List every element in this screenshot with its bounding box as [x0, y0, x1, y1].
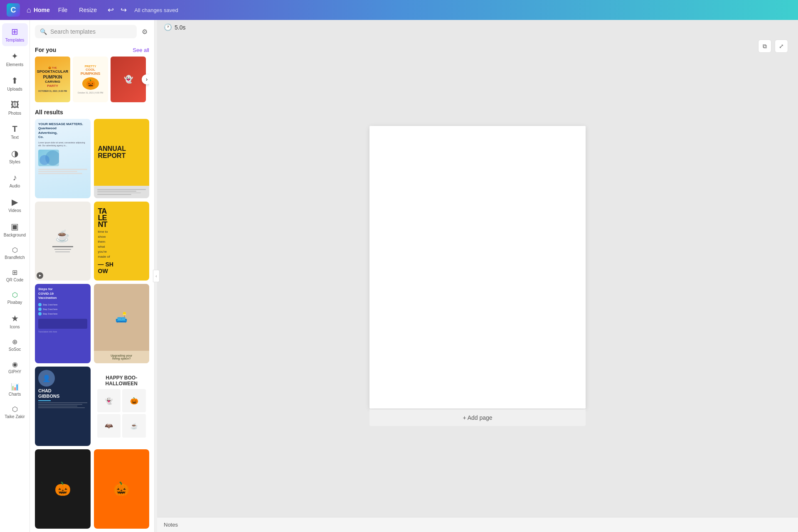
sidebar-item-templates[interactable]: ⊞ Templates [2, 23, 28, 46]
search-input[interactable] [50, 28, 132, 35]
canva-logo: C [7, 3, 20, 17]
brandfetch-label: Brandfetch [5, 255, 25, 260]
timer-value: 5.0s [175, 24, 185, 31]
audio-icon: ♪ [13, 173, 17, 182]
sidebar-item-audio[interactable]: ♪ Audio [2, 170, 28, 192]
charts-label: Charts [9, 392, 21, 397]
search-input-wrapper: 🔍 [35, 25, 137, 38]
sidebar-item-qrcode[interactable]: ⊞ QR Code [2, 265, 28, 286]
photos-label: Photos [8, 111, 21, 116]
add-page-button[interactable]: + Add page [369, 409, 586, 426]
pixabay-label: Pixabay [7, 300, 22, 305]
main-layout: ⊞ Templates ✦ Elements ⬆ Uploads 🖼 Photo… [0, 20, 798, 532]
see-all-button[interactable]: See all [133, 47, 149, 53]
sidebar-item-pixabay[interactable]: ⬡ Pixabay [2, 288, 28, 308]
for-you-header: For you See all [35, 47, 149, 53]
expand-canvas-button[interactable]: ⤢ [775, 39, 788, 53]
copy-canvas-button[interactable]: ⧉ [758, 39, 771, 53]
template-quarkwood[interactable]: YOUR MESSAGE MATTERS.QuarkwoodAdvertisin… [35, 119, 91, 198]
scroll-right-button[interactable]: › [142, 74, 149, 84]
timer-bar: 🕐 5.0s [157, 20, 798, 34]
canvas-container[interactable]: ⧉ ⤢ + Add page [157, 34, 798, 517]
sidebar-item-styles[interactable]: ◑ Styles [2, 145, 28, 168]
sidebar-item-icons[interactable]: ★ Icons [2, 310, 28, 333]
pixabay-icon: ⬡ [12, 291, 18, 299]
home-button[interactable]: ⌂ Home [27, 6, 50, 15]
qrcode-label: QR Code [6, 278, 24, 283]
text-label: Text [11, 135, 18, 140]
styles-label: Styles [9, 160, 20, 165]
template-pumpkin-carving[interactable]: 🎃 THE SPOOKTACULAR PUMPKIN CARVING PARTY… [35, 57, 70, 102]
sidebar-item-giphy[interactable]: ◉ GIPHY [2, 357, 28, 378]
taike-icon: ⬡ [12, 405, 18, 413]
sosc-label: SoSoc [9, 347, 21, 352]
template-white-product[interactable]: ☕ [35, 202, 91, 281]
notes-bar: Notes [157, 517, 798, 532]
template-talent-show[interactable]: TALENT time toshowthemwhatyou'remade of … [94, 202, 150, 281]
sidebar-item-photos[interactable]: 🖼 Photos [2, 97, 28, 119]
background-icon: ▣ [11, 222, 19, 232]
canvas-area: 🕐 5.0s ⧉ ⤢ + Add page Notes [157, 20, 798, 532]
template-halloween-dark[interactable]: 🎃 [35, 449, 91, 529]
template-halloween-boo[interactable]: HAPPY BOO-HALLOWEEN 👻 🎃 🦇 ☕ [94, 367, 150, 446]
template-pretty-pumpkins[interactable]: PRETTY COOL PUMPKINS 🎃 October 31, 2021 … [73, 57, 108, 102]
canvas-actions: ⧉ ⤢ [758, 39, 788, 53]
uploads-label: Uploads [7, 87, 22, 92]
svg-point-1 [39, 155, 49, 165]
qrcode-icon: ⊞ [12, 268, 17, 276]
template-scroll[interactable]: For you See all 🎃 THE SPOOKTACULAR PUMPK… [30, 42, 154, 532]
sidebar-item-uploads[interactable]: ⬆ Uploads [2, 72, 28, 95]
taike-label: Taike Zakir [5, 414, 25, 419]
home-label: Home [34, 7, 50, 13]
sidebar-item-brandfetch[interactable]: ⬡ Brandfetch [2, 243, 28, 264]
audio-label: Audio [10, 184, 20, 189]
template-interior-design[interactable]: 🛋️ Upgrading yourliving space? [94, 284, 150, 363]
sidebar-item-elements[interactable]: ✦ Elements [2, 48, 28, 71]
notes-label: Notes [164, 522, 178, 528]
elements-icon: ✦ [11, 51, 18, 61]
background-label: Background [4, 233, 26, 238]
topbar: C ⌂ Home File Resize ↩ ↪ All changes sav… [0, 0, 798, 20]
sidebar-item-text[interactable]: T Text [2, 121, 28, 143]
filter-button[interactable]: ⚙ [140, 26, 149, 37]
template-red-halloween[interactable]: 👻 [111, 57, 146, 102]
search-bar: 🔍 ⚙ [30, 20, 154, 42]
sidebar-item-background[interactable]: ▣ Background [2, 218, 28, 241]
home-icon: ⌂ [27, 6, 31, 15]
elements-label: Elements [6, 62, 24, 67]
uploads-icon: ⬆ [11, 76, 18, 86]
template-grid: YOUR MESSAGE MATTERS.QuarkwoodAdvertisin… [35, 119, 149, 529]
template-panel: 🔍 ⚙ For you See all 🎃 THE SPOOKTACULAR [30, 20, 155, 532]
charts-icon: 📊 [11, 383, 19, 391]
text-icon: T [12, 124, 17, 134]
sidebar-item-sosc[interactable]: ⊕ SoSoc [2, 335, 28, 355]
sidebar-item-charts[interactable]: 📊 Charts [2, 379, 28, 400]
undo-button[interactable]: ↩ [105, 4, 116, 16]
photos-icon: 🖼 [11, 100, 19, 110]
videos-icon: ▶ [12, 197, 18, 207]
all-results-header: All results [35, 109, 149, 116]
brandfetch-icon: ⬡ [12, 246, 18, 254]
styles-icon: ◑ [11, 148, 18, 158]
search-icon: 🔍 [40, 28, 47, 35]
template-chad-gibbons[interactable]: 👤 CHADGIBBONS [35, 367, 91, 446]
videos-label: Videos [8, 208, 21, 213]
template-covid-steps[interactable]: Steps forCOVID-19Vaccination Step 1 text… [35, 284, 91, 363]
sidebar-item-taike[interactable]: ⬡ Taike Zakir [2, 402, 28, 423]
file-button[interactable]: File [55, 5, 71, 15]
redo-button[interactable]: ↪ [118, 4, 129, 16]
canvas-page[interactable] [369, 126, 586, 409]
icon-sidebar: ⊞ Templates ✦ Elements ⬆ Uploads 🖼 Photo… [0, 20, 30, 532]
for-you-title: For you [35, 47, 56, 53]
sidebar-item-videos[interactable]: ▶ Videos [2, 194, 28, 217]
template-annual-report[interactable]: ANNUALREPORT [94, 119, 150, 198]
templates-label: Templates [5, 38, 25, 43]
sosc-icon: ⊕ [12, 338, 17, 346]
template-pumpkin2[interactable]: 🎃 [94, 449, 150, 529]
icons-label: Icons [10, 325, 20, 330]
templates-icon: ⊞ [11, 27, 18, 37]
for-you-templates: 🎃 THE SPOOKTACULAR PUMPKIN CARVING PARTY… [35, 57, 149, 102]
saved-status: All changes saved [134, 7, 178, 13]
resize-button[interactable]: Resize [76, 5, 100, 15]
undo-redo-group: ↩ ↪ [105, 4, 129, 16]
